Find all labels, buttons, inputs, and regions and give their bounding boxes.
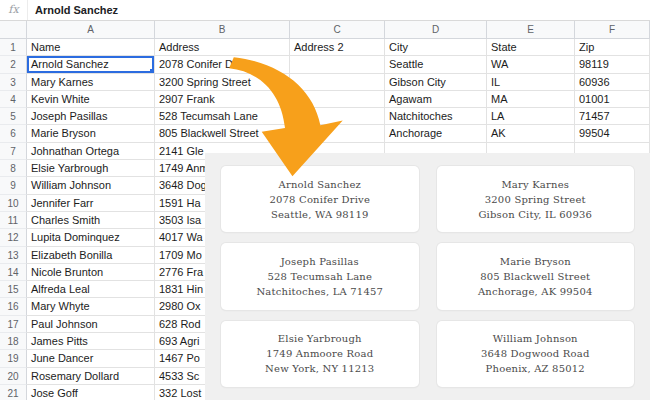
cell-A7[interactable]: Johnathan Ortega bbox=[27, 143, 155, 160]
label-street: 528 Tecumsah Lane bbox=[267, 269, 372, 284]
cell-A15[interactable]: Alfreda Leal bbox=[27, 281, 155, 298]
address-label-card-6: William Johnson3648 Dogwood RoadPhoenix,… bbox=[437, 321, 635, 387]
label-street: 2078 Conifer Drive bbox=[269, 192, 370, 207]
row-number-16[interactable]: 16 bbox=[0, 298, 27, 315]
cell-D3[interactable]: Gibson City bbox=[385, 74, 487, 91]
row-number-6[interactable]: 6 bbox=[0, 125, 27, 142]
label-name: William Johnson bbox=[493, 331, 578, 346]
cell-A20[interactable]: Rosemary Dollard bbox=[27, 368, 155, 385]
cell-F6[interactable]: 99504 bbox=[575, 125, 650, 142]
label-street: 1749 Anmoore Road bbox=[266, 346, 373, 361]
row-number-11[interactable]: 11 bbox=[0, 212, 27, 229]
label-street: 3200 Spring Street bbox=[485, 192, 586, 207]
cell-A19[interactable]: June Dancer bbox=[27, 350, 155, 367]
row-number-15[interactable]: 15 bbox=[0, 281, 27, 298]
cell-A11[interactable]: Charles Smith bbox=[27, 212, 155, 229]
row-number-4[interactable]: 4 bbox=[0, 91, 27, 108]
row-number-13[interactable]: 13 bbox=[0, 247, 27, 264]
row-number-12[interactable]: 12 bbox=[0, 229, 27, 246]
address-label-card-3: Joseph Pasillas528 Tecumsah LaneNatchito… bbox=[221, 243, 419, 309]
row-number-17[interactable]: 17 bbox=[0, 316, 27, 333]
cell-A12[interactable]: Lupita Dominquez bbox=[27, 229, 155, 246]
label-street: 805 Blackwell Street bbox=[480, 269, 590, 284]
formula-bar: fx Arnold Sanchez bbox=[0, 0, 650, 21]
address-label-card-4: Marie Bryson805 Blackwell StreetAnchorag… bbox=[437, 243, 635, 309]
column-letter-B[interactable]: B bbox=[155, 21, 290, 38]
label-city-line: Gibson City, IL 60936 bbox=[478, 207, 592, 222]
cell-D4[interactable]: Agawam bbox=[385, 91, 487, 108]
cell-F1[interactable]: Zip bbox=[575, 39, 650, 56]
cell-E2[interactable]: WA bbox=[487, 56, 575, 73]
column-letter-F[interactable]: F bbox=[575, 21, 650, 38]
cell-A21[interactable]: Jose Goff bbox=[27, 385, 155, 400]
cell-F3[interactable]: 60936 bbox=[575, 74, 650, 91]
column-letter-E[interactable]: E bbox=[487, 21, 575, 38]
cell-E5[interactable]: LA bbox=[487, 108, 575, 125]
labels-overlay: Arnold Sanchez2078 Conifer DriveSeattle,… bbox=[205, 153, 650, 400]
row-number-8[interactable]: 8 bbox=[0, 160, 27, 177]
cell-E6[interactable]: AK bbox=[487, 125, 575, 142]
curved-arrow-icon bbox=[210, 46, 360, 181]
cell-E4[interactable]: MA bbox=[487, 91, 575, 108]
cell-A10[interactable]: Jennifer Farr bbox=[27, 195, 155, 212]
cell-A8[interactable]: Elsie Yarbrough bbox=[27, 160, 155, 177]
cell-A6[interactable]: Marie Bryson bbox=[27, 125, 155, 142]
cell-A16[interactable]: Mary Whyte bbox=[27, 298, 155, 315]
address-label-card-2: Mary Karnes3200 Spring StreetGibson City… bbox=[437, 166, 635, 232]
formula-bar-value[interactable]: Arnold Sanchez bbox=[28, 4, 118, 16]
cell-E1[interactable]: State bbox=[487, 39, 575, 56]
label-city-line: New York, NY 11213 bbox=[265, 361, 374, 376]
label-name: Joseph Pasillas bbox=[281, 254, 359, 269]
cell-D6[interactable]: Anchorage bbox=[385, 125, 487, 142]
cell-A14[interactable]: Nicole Brunton bbox=[27, 264, 155, 281]
address-label-card-5: Elsie Yarbrough1749 Anmoore RoadNew York… bbox=[221, 321, 419, 387]
row-number-3[interactable]: 3 bbox=[0, 74, 27, 91]
cell-F5[interactable]: 71457 bbox=[575, 108, 650, 125]
label-name: Mary Karnes bbox=[501, 177, 569, 192]
cell-D1[interactable]: City bbox=[385, 39, 487, 56]
row-number-5[interactable]: 5 bbox=[0, 108, 27, 125]
label-city-line: Seattle, WA 98119 bbox=[271, 207, 369, 222]
row-number-2[interactable]: 2 bbox=[0, 56, 27, 73]
fx-icon: fx bbox=[0, 0, 28, 20]
column-letter-D[interactable]: D bbox=[385, 21, 487, 38]
label-city-line: Natchitoches, LA 71457 bbox=[256, 284, 383, 299]
cell-A5[interactable]: Joseph Pasillas bbox=[27, 108, 155, 125]
row-number-20[interactable]: 20 bbox=[0, 368, 27, 385]
cell-A1[interactable]: Name bbox=[27, 39, 155, 56]
cell-F2[interactable]: 98119 bbox=[575, 56, 650, 73]
row-number-14[interactable]: 14 bbox=[0, 264, 27, 281]
cell-A3[interactable]: Mary Karnes bbox=[27, 74, 155, 91]
row-number-21[interactable]: 21 bbox=[0, 385, 27, 400]
row-number-1[interactable]: 1 bbox=[0, 39, 27, 56]
cell-A4[interactable]: Kevin White bbox=[27, 91, 155, 108]
cell-A9[interactable]: William Johnson bbox=[27, 177, 155, 194]
select-all-corner[interactable] bbox=[0, 21, 27, 38]
cell-A13[interactable]: Elizabeth Bonilla bbox=[27, 247, 155, 264]
cell-A18[interactable]: James Pitts bbox=[27, 333, 155, 350]
label-city-line: Phoenix, AZ 85012 bbox=[486, 361, 585, 376]
row-number-7[interactable]: 7 bbox=[0, 143, 27, 160]
label-city-line: Anchorage, AK 99504 bbox=[478, 284, 593, 299]
column-letter-A[interactable]: A bbox=[27, 21, 155, 38]
column-letter-C[interactable]: C bbox=[290, 21, 385, 38]
cell-F4[interactable]: 01001 bbox=[575, 91, 650, 108]
row-number-10[interactable]: 10 bbox=[0, 195, 27, 212]
cell-A17[interactable]: Paul Johnson bbox=[27, 316, 155, 333]
label-name: Elsie Yarbrough bbox=[278, 331, 362, 346]
label-name: Marie Bryson bbox=[500, 254, 571, 269]
row-number-18[interactable]: 18 bbox=[0, 333, 27, 350]
label-street: 3648 Dogwood Road bbox=[481, 346, 590, 361]
row-number-19[interactable]: 19 bbox=[0, 350, 27, 367]
row-number-9[interactable]: 9 bbox=[0, 177, 27, 194]
cell-D5[interactable]: Natchitoches bbox=[385, 108, 487, 125]
cell-D2[interactable]: Seattle bbox=[385, 56, 487, 73]
column-headers: ABCDEF bbox=[0, 21, 650, 39]
cell-A2[interactable]: Arnold Sanchez bbox=[27, 56, 155, 73]
cell-E3[interactable]: IL bbox=[487, 74, 575, 91]
